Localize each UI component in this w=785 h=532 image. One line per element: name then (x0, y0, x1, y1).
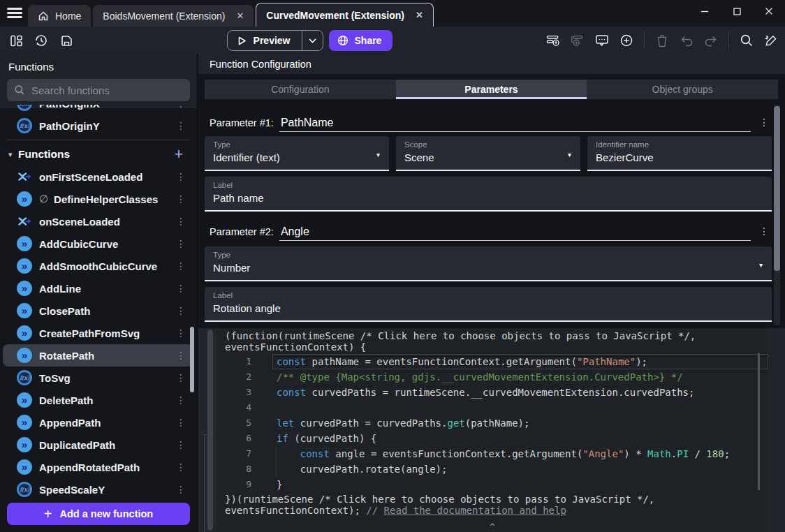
main-menu-button[interactable] (7, 8, 22, 19)
function-list-item[interactable]: »AddSmoothCubicCurve⋮ (3, 255, 193, 277)
function-list-item[interactable]: »ClosePath⋮ (3, 300, 193, 322)
parameter-menu-icon[interactable]: ⋮ (756, 117, 772, 132)
function-list-item[interactable]: onFirstSceneLoaded⋮ (3, 165, 193, 188)
editor-scrollbar[interactable] (758, 353, 760, 490)
item-menu-icon[interactable]: ⋮ (176, 238, 186, 249)
function-list-item[interactable]: onSceneLoaded⋮ (3, 210, 193, 232)
function-list-item[interactable]: »AddCubicCurve⋮ (3, 232, 193, 255)
search-box[interactable] (7, 79, 190, 101)
item-menu-icon[interactable]: ⋮ (176, 193, 186, 205)
item-menu-icon[interactable]: ⋮ (176, 105, 186, 109)
function-list-item[interactable]: »∅DefineHelperClasses⋮ (3, 188, 193, 210)
scope-select[interactable]: Scope Scene ▾ (396, 136, 580, 171)
function-list-item[interactable]: »AppendPath⋮ (3, 411, 193, 434)
function-list-item[interactable]: »DuplicatedPath⋮ (3, 434, 193, 456)
expand-editor-caret-icon[interactable]: ^ (490, 523, 495, 531)
function-group-header[interactable]: ▾Functions+ (3, 143, 193, 165)
edit-pencil-icon[interactable] (764, 34, 778, 47)
code-lines[interactable]: 1const pathName = eventsFunctionContext.… (217, 354, 768, 492)
code-line-6[interactable]: 6if (curvedPath) { (217, 431, 768, 446)
add-comment-icon[interactable] (595, 34, 609, 47)
label-field[interactable]: Label Rotation angle (205, 287, 772, 322)
function-list-item[interactable]: »DeletePath⋮ (3, 389, 193, 411)
item-menu-icon[interactable]: ⋮ (176, 120, 186, 131)
function-list-item[interactable]: »AppendRotatedPath⋮ (3, 456, 193, 478)
minimize-button[interactable] (689, 0, 721, 22)
line-content: /** @type {Map<string, gdjs.__curvedMove… (272, 369, 768, 385)
code-line-5[interactable]: 5let curvedPath = curvedPaths.get(pathNa… (217, 415, 768, 431)
function-list-item[interactable]: f(x)PathOriginY⋮ (3, 114, 193, 137)
code-line-1[interactable]: 1const pathName = eventsFunctionContext.… (217, 354, 768, 369)
parameters-scrollbar-thumb[interactable] (774, 106, 780, 271)
javascript-code-editor[interactable]: (function(runtimeScene /* Click here to … (217, 328, 768, 532)
function-list-item[interactable]: »CreatePathFromSvg⋮ (3, 322, 193, 344)
close-icon[interactable]: ✕ (236, 10, 244, 21)
documentation-link[interactable]: Read the documentation and help (384, 505, 566, 516)
add-circle-icon[interactable] (619, 34, 633, 47)
preview-button[interactable]: Preview (228, 31, 302, 50)
close-window-button[interactable] (753, 0, 785, 22)
item-menu-icon[interactable]: ⋮ (176, 461, 186, 473)
maximize-button[interactable] (721, 0, 753, 22)
item-menu-icon[interactable]: ⋮ (176, 171, 186, 182)
gdevelop-window: Home BoidsMovement (Extension) ✕ CurvedM… (0, 0, 785, 532)
tab-object-groups[interactable]: Object groups (587, 80, 778, 99)
code-wrapper-header[interactable]: (function(runtimeScene /* Click here to … (217, 328, 768, 354)
item-menu-icon[interactable]: ⋮ (176, 439, 186, 450)
code-line-4[interactable]: 4 (217, 400, 768, 415)
share-button[interactable]: Share (329, 30, 393, 51)
function-list-item[interactable]: f(x)ToSvg⋮ (3, 367, 193, 389)
code-line-3[interactable]: 3const curvedPaths = runtimeScene.__curv… (217, 385, 768, 400)
function-list-item[interactable]: f(x)PathOriginX⋮ (3, 105, 193, 114)
add-event-icon[interactable] (546, 34, 560, 47)
item-menu-icon[interactable]: ⋮ (176, 216, 186, 227)
function-list-item[interactable]: »RotatePath⋮ (3, 344, 193, 367)
parameter-name-input[interactable] (279, 117, 751, 132)
panels-icon[interactable] (9, 34, 23, 47)
tab-curvedmovement[interactable]: CurvedMovement (Extension) ✕ (256, 3, 434, 27)
close-icon[interactable]: ✕ (416, 10, 423, 20)
item-menu-icon[interactable]: ⋮ (176, 350, 186, 361)
history-icon[interactable] (34, 34, 48, 47)
item-menu-icon[interactable]: ⋮ (176, 327, 186, 339)
preview-label: Preview (254, 35, 291, 46)
sidebar-scrollbar[interactable] (190, 327, 194, 392)
code-line-2[interactable]: 2/** @type {Map<string, gdjs.__curvedMov… (217, 369, 768, 385)
function-list-item[interactable]: »AddLine⋮ (3, 277, 193, 300)
undo-icon[interactable] (680, 34, 694, 47)
code-line-8[interactable]: 8 curvedPath.rotate(angle); (217, 461, 768, 477)
add-function-plus-icon[interactable]: + (172, 147, 186, 161)
parameter-menu-icon[interactable]: ⋮ (756, 226, 772, 241)
add-function-button[interactable]: + Add a new function (7, 503, 190, 525)
lifecycle-function-icon (17, 169, 32, 184)
tab-parameters[interactable]: Parameters (396, 80, 587, 99)
add-subevent-icon[interactable] (571, 34, 585, 47)
parameter-name-input[interactable] (279, 226, 751, 241)
item-menu-icon[interactable]: ⋮ (176, 260, 186, 272)
label-field[interactable]: Label Path name (205, 177, 772, 212)
redo-icon[interactable] (704, 34, 718, 47)
preview-options-button[interactable] (302, 31, 323, 50)
type-select[interactable]: Type Number ▾ (205, 246, 772, 281)
item-menu-icon[interactable]: ⋮ (176, 417, 186, 428)
code-line-9[interactable]: 9} (217, 477, 768, 492)
function-list-item[interactable]: f(x)SpeedScaleY⋮ (3, 478, 193, 500)
item-menu-icon[interactable]: ⋮ (176, 484, 186, 495)
trash-icon[interactable] (655, 34, 669, 47)
identifier-name-field[interactable]: Identifier name BezierCurve (587, 136, 772, 171)
item-menu-icon[interactable]: ⋮ (176, 394, 186, 406)
type-select[interactable]: Type Identifier (text) ▾ (205, 136, 389, 171)
code-wrapper-footer[interactable]: })(runtimeScene /* Click here to choose … (217, 492, 768, 516)
tab-home[interactable]: Home (28, 5, 91, 27)
code-line-7[interactable]: 7 const angle = eventsFunctionContext.ge… (217, 446, 768, 461)
item-menu-icon[interactable]: ⋮ (176, 283, 186, 294)
item-menu-icon[interactable]: ⋮ (176, 372, 186, 383)
search-icon[interactable] (740, 34, 754, 47)
search-input[interactable] (31, 84, 183, 96)
tab-configuration[interactable]: Configuration (205, 80, 396, 99)
save-icon[interactable] (59, 34, 73, 47)
functions-sidebar: Functions f(x)PathOriginX⋮f(x)PathOrigin… (0, 54, 198, 532)
item-menu-icon[interactable]: ⋮ (176, 305, 186, 316)
line-content: const angle = eventsFunctionContext.getA… (272, 446, 768, 461)
tab-boidsmovement[interactable]: BoidsMovement (Extension) ✕ (93, 5, 254, 27)
